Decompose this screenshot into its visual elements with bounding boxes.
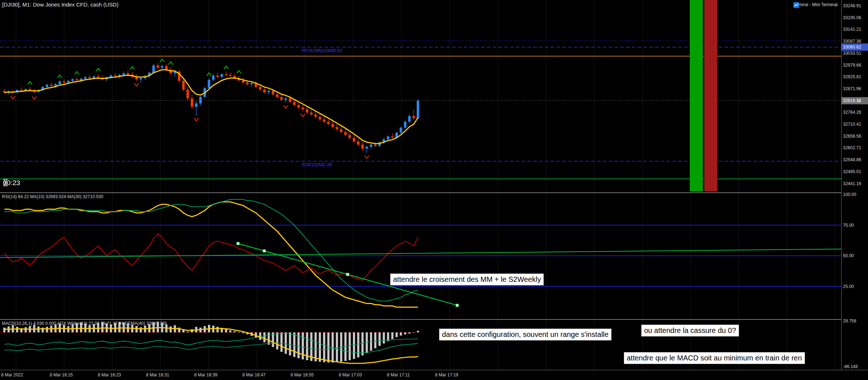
annotation-cassure-zero[interactable]: ou attendre la cassure du 0? [641, 325, 739, 337]
time-axis-label: 8 Mar 17:11 [387, 372, 410, 377]
time-axis-label: 8 Mar 2022 [1, 372, 23, 377]
candlestick-series [3, 63, 420, 153]
annotation-macd-minimum[interactable]: attendre que le MACD soit au minimum en … [624, 352, 805, 364]
time-axis[interactable]: 8 Mar 20228 Mar 16:158 Mar 16:238 Mar 16… [0, 370, 868, 380]
adx-plus-line [4, 334, 418, 353]
price-axis-label: 33141.21 [843, 27, 861, 32]
time-axis-label: 8 Mar 16:47 [242, 372, 266, 377]
rsi-axis-label: 75.00 [843, 223, 854, 228]
price-axis-label: 33087.36 [843, 39, 861, 44]
price-axis-label: 32818.11 [843, 98, 861, 103]
time-axis-label: 8 Mar 16:39 [194, 372, 217, 377]
hourglass-icon [3, 179, 8, 186]
rsi-chart-canvas[interactable] [0, 193, 841, 319]
price-chart-canvas[interactable] [0, 0, 841, 192]
mt4-chart-window: [DJI30], M1: Dow Jones Index CFD, cash (… [0, 0, 868, 380]
macd-panel[interactable]: MACD(10,26,1) 4.030 0.000 ADX Wilder(13)… [0, 320, 841, 370]
ma-line-main [4, 70, 418, 144]
time-axis-label: 8 Mar 16:55 [291, 372, 314, 377]
rsi-axis-label: 50.00 [843, 253, 854, 258]
price-axis-label: 32441.16 [843, 181, 861, 186]
dema-line [4, 327, 418, 363]
trendline-handle[interactable] [237, 242, 239, 245]
session-bar-green[interactable] [690, 0, 703, 191]
rsi-axis-label: 100.00 [843, 192, 856, 197]
time-axis-label: 8 Mar 17:19 [435, 372, 458, 377]
price-axis-label: 32979.66 [843, 63, 861, 68]
price-axis-label: 32710.41 [843, 122, 861, 127]
price-axis-label: 32764.26 [843, 110, 861, 115]
price-axis-label: 32871.96 [843, 86, 861, 91]
annotation-range[interactable]: dans cette configuration, souvent un ran… [439, 329, 612, 341]
rsi-panel[interactable]: RSI(14) 64.22 MA(10) 32693.024 MA(30) 32… [0, 193, 841, 319]
price-axis-label: 33195.06 [843, 15, 861, 20]
mini-terminal-label: Admiral - Mini Terminal [793, 2, 838, 7]
mini-terminal-icon[interactable] [793, 2, 799, 8]
mini-terminal-button[interactable]: Admiral - Mini Terminal [793, 2, 838, 7]
price-axis-label: 33248.91 [843, 3, 861, 8]
price-axis-label: 32656.56 [843, 134, 861, 139]
trendline-handle[interactable] [263, 250, 266, 252]
rsi-header: RSI(14) 64.22 MA(10) 32693.024 MA(30) 32… [2, 194, 103, 199]
pivot-price-badge: 33060.62 [842, 43, 868, 51]
macd-axis-label: 28.758 [843, 318, 856, 323]
candle-timer: 00:23 [3, 179, 20, 187]
time-axis-label: 8 Mar 17:03 [339, 372, 362, 377]
price-axis-label: 32495.01 [843, 169, 861, 174]
main-chart-panel[interactable]: [DJI30], M1: Dow Jones Index CFD, cash (… [0, 0, 841, 192]
trendline-handle[interactable] [346, 273, 349, 276]
trendline-handle[interactable] [456, 304, 459, 307]
rsi-green-hline[interactable] [0, 249, 841, 258]
time-axis-label: 8 Mar 16:15 [50, 372, 73, 377]
price-axis-label: 32925.81 [843, 74, 861, 79]
annotation-croisement-mm[interactable]: attendre le croisement des MM + le S2Wee… [390, 273, 544, 285]
price-axis-label: 32602.71 [843, 145, 861, 150]
time-axis-label: 8 Mar 16:31 [146, 372, 169, 377]
chart-title: [DJI30], M1: Dow Jones Index CFD, cash (… [2, 1, 118, 8]
price-axis-label: 32548.86 [843, 157, 861, 162]
rsi-ma30-line [4, 200, 418, 301]
macd-header: MACD(10,26,1) 4.030 0.000 ADX Wilder(13)… [2, 321, 167, 326]
pivot-line-label: PPJS1MN133060.62 [302, 48, 342, 53]
price-axis[interactable]: 33060.62 32818.34 33248.9133195.0633141.… [841, 0, 868, 380]
price-axis-label: 33033.51 [843, 51, 861, 56]
s2-line-label: S2W132542.28 [302, 162, 332, 167]
time-axis-label: 8 Mar 16:23 [98, 372, 121, 377]
macd-axis-label: -86.148 [843, 364, 858, 369]
fractal-arrows [11, 59, 369, 158]
macd-histogram [3, 322, 419, 363]
session-bar-red[interactable] [704, 0, 717, 191]
rsi-axis-label: 25.00 [843, 284, 854, 289]
